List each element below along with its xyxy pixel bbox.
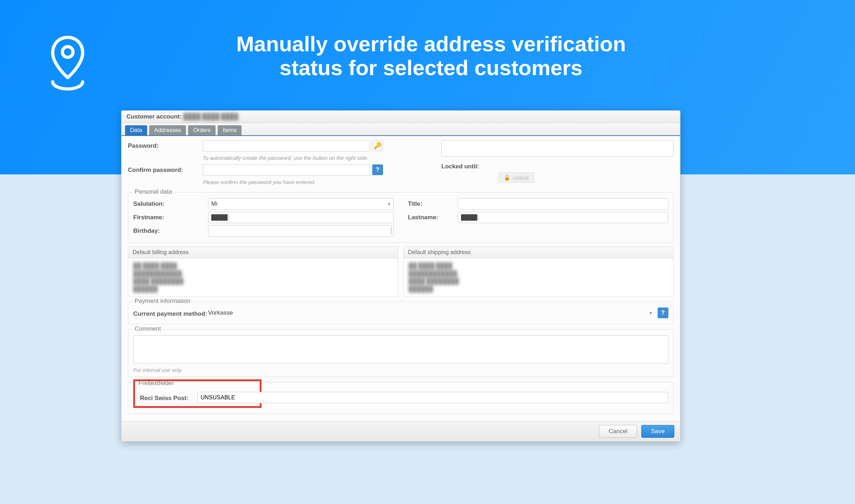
password-label: Password: (128, 140, 203, 149)
help-icon: ? (376, 166, 379, 173)
personal-data-fieldset: Personal data Salutation: Mr ▾ Firstnam (128, 192, 674, 243)
shipping-address-body: ██ ████ ████ ████████████ ████ ████████ … (404, 258, 673, 296)
password-hint: To automatically create the password, us… (203, 155, 369, 161)
salutation-label: Salutation: (133, 198, 208, 208)
help-button[interactable]: ? (372, 164, 383, 175)
shipping-address-head: Default shipping address (404, 247, 673, 258)
confirm-password-input[interactable] (203, 164, 370, 176)
comment-textarea[interactable] (133, 335, 668, 364)
tab-data[interactable]: Data (125, 125, 147, 135)
tab-items[interactable]: Items (218, 125, 242, 135)
title-input[interactable] (458, 198, 668, 210)
chevron-down-icon: ▾ (649, 310, 652, 316)
freitext-fieldset: Freitextfelder Reci Swiss Post: (128, 382, 674, 414)
personal-data-legend: Personal data (133, 188, 174, 195)
locked-until-label: Locked until: (441, 161, 498, 170)
chevron-down-icon: ▾ (388, 201, 390, 207)
tab-orders[interactable]: Orders (188, 125, 216, 135)
hero: Manually override address verification s… (0, 0, 855, 93)
birthday-label: Birthday: (133, 225, 208, 235)
top-right-panel (441, 140, 674, 157)
content-pane: Password: 🔑 To automatically create the … (121, 136, 680, 421)
customer-name-blurred: ████ ████ ████ (183, 113, 238, 120)
password-input[interactable] (203, 140, 370, 152)
billing-address-head: Default billing address (128, 247, 398, 258)
address-grid: Default billing address ██ ████ ████ ███… (128, 246, 674, 296)
location-pin-icon (43, 32, 93, 93)
payment-legend: Payment information (133, 298, 192, 305)
payment-method-label: Current payment method: (133, 308, 208, 317)
key-icon: 🔑 (374, 142, 382, 149)
firstname-label: Firstname: (133, 212, 208, 221)
lastname-label: Lastname: (408, 212, 458, 221)
payment-help-button[interactable]: ? (658, 308, 668, 318)
tab-bar: Data Addresses Orders Items (121, 123, 680, 136)
reci-swiss-post-label: Reci Swiss Post: (140, 393, 193, 402)
payment-fieldset: Payment information Current payment meth… (128, 301, 674, 324)
comment-fieldset: Comment For internal use only (128, 329, 674, 377)
firstname-input[interactable] (208, 212, 394, 223)
calendar-icon[interactable] (391, 227, 392, 235)
freitext-legend: Freitextfelder (136, 380, 176, 387)
window-footer: Cancel Save (121, 421, 680, 441)
help-icon: ? (661, 309, 665, 316)
confirm-hint: Please confirm the password you have ent… (203, 179, 314, 185)
window-title: Customer account: ████ ████ ████ (121, 111, 680, 123)
billing-address-body: ██ ████ ████ ████████████ ████ ████████ … (128, 258, 398, 296)
reci-swiss-post-input[interactable] (197, 392, 668, 403)
tab-addresses[interactable]: Addresses (149, 125, 186, 135)
hero-title: Manually override address verification s… (114, 32, 819, 80)
lock-icon: 🔒 (504, 174, 511, 181)
billing-address-box: Default billing address ██ ████ ████ ███… (128, 246, 398, 296)
birthday-input[interactable] (208, 225, 394, 237)
customer-window: Customer account: ████ ████ ████ Data Ad… (121, 110, 680, 442)
save-button[interactable]: Save (641, 425, 674, 438)
title-label: Title: (408, 198, 458, 208)
payment-method-select[interactable]: Vorkasse ▾ (208, 309, 655, 316)
generate-password-button[interactable]: 🔑 (372, 140, 383, 151)
shipping-address-box: Default shipping address ██ ████ ████ ██… (403, 246, 674, 296)
lastname-input[interactable] (458, 212, 668, 223)
svg-point-0 (62, 47, 73, 57)
unlock-button[interactable]: 🔒 Unlock (498, 172, 534, 183)
cancel-button[interactable]: Cancel (599, 425, 637, 438)
comment-hint: For internal use only (133, 367, 668, 373)
confirm-password-label: Confirm password: (128, 164, 203, 174)
comment-legend: Comment (133, 325, 163, 332)
salutation-select[interactable]: Mr ▾ (208, 198, 394, 210)
